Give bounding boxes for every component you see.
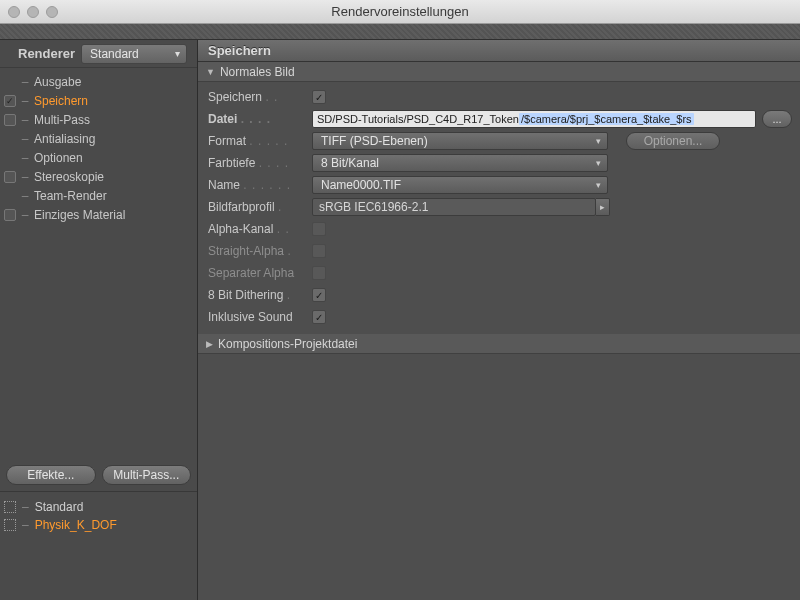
toolbar-strip <box>0 24 800 40</box>
triangle-right-icon: ▶ <box>206 339 213 349</box>
sidebar-item-teamrender[interactable]: –Team-Render <box>0 186 197 205</box>
preset-list: –Standard –Physik_K_DOF <box>0 491 197 540</box>
content-panel: Speichern ▼Normales Bild Speichern . . ✓… <box>198 40 800 600</box>
sidebar-item-speichern[interactable]: ✓–Speichern <box>0 91 197 110</box>
triangle-down-icon: ▼ <box>206 67 215 77</box>
straight-label: Straight-Alpha . <box>208 244 312 258</box>
section-normales-bild[interactable]: ▼Normales Bild <box>198 62 800 82</box>
name-label: Name . . . . . . <box>208 178 312 192</box>
sound-checkbox[interactable]: ✓ <box>312 310 326 324</box>
separate-label: Separater Alpha <box>208 266 312 280</box>
file-path-input[interactable]: SD/PSD-Tutorials/PSD_C4D_R17_Token/$came… <box>312 110 756 128</box>
sidebar: Renderer Standard –Ausgabe ✓–Speichern –… <box>0 40 198 600</box>
depth-label: Farbtiefe . . . . <box>208 156 312 170</box>
format-dropdown[interactable]: TIFF (PSD-Ebenen) <box>312 132 608 150</box>
preset-physik[interactable]: –Physik_K_DOF <box>4 516 189 534</box>
checkbox-icon[interactable]: ✓ <box>4 95 16 107</box>
dither-checkbox[interactable]: ✓ <box>312 288 326 302</box>
renderer-label: Renderer <box>18 46 75 61</box>
sound-label: Inklusive Sound <box>208 310 312 324</box>
alpha-label: Alpha-Kanal . . <box>208 222 312 236</box>
sidebar-item-antialiasing[interactable]: –Antialiasing <box>0 129 197 148</box>
multipass-button[interactable]: Multi-Pass... <box>102 465 192 485</box>
straight-checkbox <box>312 244 326 258</box>
sidebar-item-ausgabe[interactable]: –Ausgabe <box>0 72 197 91</box>
browse-button[interactable]: ... <box>762 110 792 128</box>
sidebar-item-einziges-material[interactable]: –Einziges Material <box>0 205 197 224</box>
name-dropdown[interactable]: Name0000.TIF <box>312 176 608 194</box>
sidebar-list: –Ausgabe ✓–Speichern –Multi-Pass –Antial… <box>0 68 197 228</box>
sidebar-item-optionen[interactable]: –Optionen <box>0 148 197 167</box>
preset-standard[interactable]: –Standard <box>4 498 189 516</box>
dither-label: 8 Bit Dithering . <box>208 288 312 302</box>
sidebar-item-multipass[interactable]: –Multi-Pass <box>0 110 197 129</box>
titlebar: Rendervoreinstellungen <box>0 0 800 24</box>
checkbox-icon[interactable] <box>4 114 16 126</box>
format-label: Format . . . . . <box>208 134 312 148</box>
depth-dropdown[interactable]: 8 Bit/Kanal <box>312 154 608 172</box>
renderer-dropdown[interactable]: Standard <box>81 44 187 64</box>
window-title: Rendervoreinstellungen <box>8 4 792 19</box>
options-button[interactable]: Optionen... <box>626 132 720 150</box>
alpha-checkbox[interactable] <box>312 222 326 236</box>
save-checkbox[interactable]: ✓ <box>312 90 326 104</box>
section-kompositions[interactable]: ▶Kompositions-Projektdatei <box>198 334 800 354</box>
save-label: Speichern . . <box>208 90 312 104</box>
profile-label: Bildfarbprofil . <box>208 200 312 214</box>
profile-arrow-button[interactable]: ▸ <box>596 198 610 216</box>
preset-icon <box>4 501 16 513</box>
checkbox-icon[interactable] <box>4 171 16 183</box>
profile-field[interactable]: sRGB IEC61966-2.1 <box>312 198 596 216</box>
preset-icon <box>4 519 16 531</box>
sidebar-item-stereoskopie[interactable]: –Stereoskopie <box>0 167 197 186</box>
checkbox-icon[interactable] <box>4 209 16 221</box>
file-label: Datei . . . . <box>208 112 312 126</box>
separate-checkbox <box>312 266 326 280</box>
panel-title: Speichern <box>198 40 800 62</box>
effects-button[interactable]: Effekte... <box>6 465 96 485</box>
